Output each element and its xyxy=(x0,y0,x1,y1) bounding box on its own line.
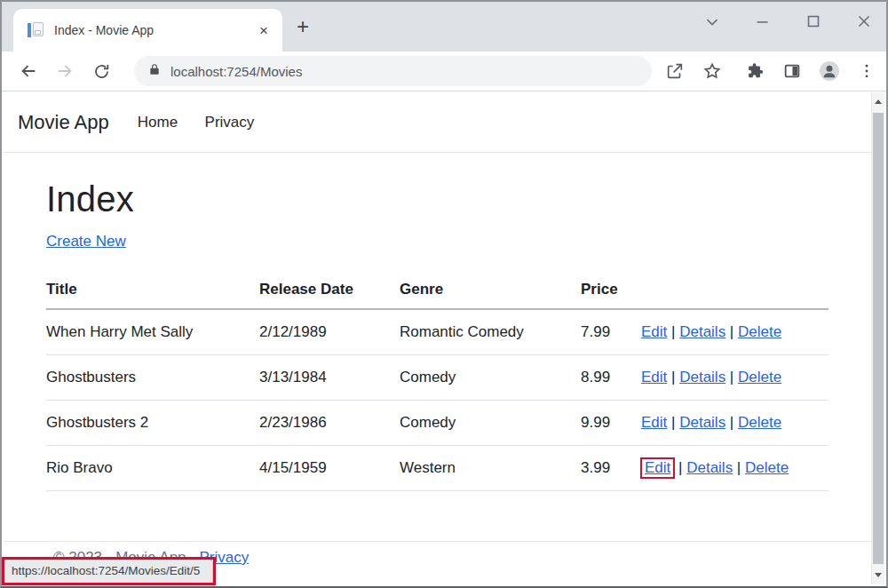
minimize-button[interactable] xyxy=(753,12,773,31)
tab-favicon-icon xyxy=(28,21,45,39)
details-link[interactable]: Details xyxy=(679,414,725,431)
page-title: Index xyxy=(46,179,829,219)
extensions-puzzle-icon[interactable] xyxy=(744,60,765,82)
tab-close-icon[interactable]: × xyxy=(256,21,272,40)
delete-link[interactable]: Delete xyxy=(738,414,781,431)
page-viewport: Movie App Home Privacy Index Create New … xyxy=(4,92,871,584)
browser-toolbar: localhost:7254/Movies xyxy=(2,52,886,91)
cell-title: Ghostbusters 2 xyxy=(46,401,259,446)
site-nav: Home Privacy xyxy=(138,114,278,131)
new-tab-button[interactable]: + xyxy=(297,18,309,36)
table-row: Rio Bravo 4/15/1959 Western 3.99 Edit | … xyxy=(46,446,829,491)
delete-link[interactable]: Delete xyxy=(745,459,789,476)
page-scrollbar[interactable] xyxy=(871,92,884,584)
table-row: Ghostbusters 3/13/1984 Comedy 8.99 Edit … xyxy=(46,355,829,401)
edit-link[interactable]: Edit xyxy=(641,323,667,340)
share-icon[interactable] xyxy=(664,60,686,82)
cell-price: 9.99 xyxy=(581,401,641,446)
table-header-row: Title Release Date Genre Price xyxy=(46,275,829,309)
cell-title: When Harry Met Sally xyxy=(46,309,259,355)
details-link[interactable]: Details xyxy=(679,323,725,340)
side-panel-icon[interactable] xyxy=(781,60,803,82)
tab-strip: Index - Movie App × + xyxy=(2,2,886,52)
cell-actions: Edit | Details | Delete xyxy=(641,446,829,491)
col-header-price: Price xyxy=(581,275,641,309)
scrollbar-thumb[interactable] xyxy=(873,113,884,564)
cell-release-date: 2/12/1989 xyxy=(259,309,400,355)
col-header-actions xyxy=(641,275,829,309)
edit-link[interactable]: Edit xyxy=(641,414,667,431)
url-text: localhost:7254/Movies xyxy=(170,64,302,79)
browser-window: Index - Movie App × + xyxy=(0,0,888,588)
site-navbar: Movie App Home Privacy xyxy=(4,92,871,153)
scrollbar-down-arrow[interactable] xyxy=(872,568,884,582)
cell-price: 8.99 xyxy=(581,355,641,401)
delete-link[interactable]: Delete xyxy=(738,369,781,385)
tab-title: Index - Movie App xyxy=(54,23,247,37)
delete-link[interactable]: Delete xyxy=(738,323,781,340)
col-header-release-date: Release Date xyxy=(259,275,400,309)
maximize-button[interactable] xyxy=(804,12,823,31)
main-content: Index Create New Title Release Date Genr… xyxy=(4,153,871,491)
menu-dots-icon[interactable] xyxy=(856,60,877,82)
table-row: When Harry Met Sally 2/12/1989 Romantic … xyxy=(46,309,829,355)
cell-genre: Comedy xyxy=(400,401,581,446)
cell-actions: Edit | Details | Delete xyxy=(641,401,829,446)
cell-actions: Edit | Details | Delete xyxy=(641,355,829,401)
cell-genre: Western xyxy=(400,446,581,491)
cell-title: Rio Bravo xyxy=(46,446,259,491)
profile-avatar[interactable] xyxy=(819,60,840,82)
address-bar[interactable]: localhost:7254/Movies xyxy=(134,56,652,86)
lock-icon[interactable] xyxy=(148,63,161,79)
cell-actions: Edit | Details | Delete xyxy=(641,309,829,355)
cell-release-date: 4/15/1959 xyxy=(259,446,400,491)
browser-tab[interactable]: Index - Movie App × xyxy=(13,9,282,52)
movies-table: Title Release Date Genre Price When Harr… xyxy=(46,275,829,491)
cell-title: Ghostbusters xyxy=(46,355,259,401)
edit-link[interactable]: Edit xyxy=(640,457,675,479)
cell-genre: Comedy xyxy=(400,355,581,401)
nav-link-privacy[interactable]: Privacy xyxy=(205,114,255,131)
col-header-title: Title xyxy=(46,275,259,309)
cell-price: 3.99 xyxy=(581,446,641,491)
edit-link[interactable]: Edit xyxy=(641,369,667,385)
cell-release-date: 2/23/1986 xyxy=(259,401,400,446)
status-bar-annotation-box: https://localhost:7254/Movies/Edit/5 xyxy=(2,557,216,585)
brand-link[interactable]: Movie App xyxy=(18,111,109,134)
forward-button[interactable] xyxy=(54,60,75,82)
details-link[interactable]: Details xyxy=(686,459,733,476)
scrollbar-up-arrow[interactable] xyxy=(872,94,884,108)
bookmark-star-icon[interactable] xyxy=(702,60,723,82)
details-link[interactable]: Details xyxy=(679,369,725,385)
back-button[interactable] xyxy=(18,60,39,82)
create-new-link[interactable]: Create New xyxy=(46,233,126,250)
movies-table-body: When Harry Met Sally 2/12/1989 Romantic … xyxy=(46,309,829,491)
chevron-down-icon[interactable] xyxy=(702,12,722,31)
cell-genre: Romantic Comedy xyxy=(400,309,581,355)
close-window-button[interactable] xyxy=(854,12,874,31)
cell-release-date: 3/13/1984 xyxy=(259,355,400,401)
nav-link-home[interactable]: Home xyxy=(138,114,178,131)
cell-price: 7.99 xyxy=(581,309,641,355)
reload-button[interactable] xyxy=(91,60,112,82)
status-bar-url: https://localhost:7254/Movies/Edit/5 xyxy=(4,560,213,583)
table-row: Ghostbusters 2 2/23/1986 Comedy 9.99 Edi… xyxy=(46,401,829,446)
col-header-genre: Genre xyxy=(400,275,581,309)
